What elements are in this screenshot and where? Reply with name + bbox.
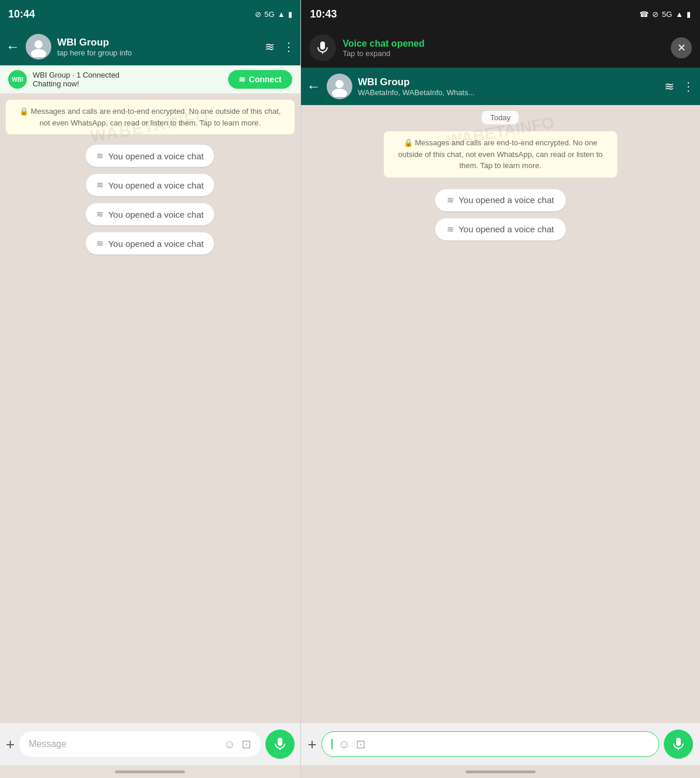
right-home-bar — [466, 770, 536, 773]
left-message-placeholder: Message — [29, 739, 218, 749]
group-subtitle: tap here for group info — [57, 48, 259, 57]
left-message-field[interactable]: Message ☺ ⊡ — [19, 731, 260, 757]
notif-subtitle: Tap to expand — [343, 49, 664, 58]
left-camera-icon[interactable]: ⊡ — [242, 737, 251, 751]
voice-chat-message-2[interactable]: ≋ You opened a voice chat — [86, 174, 214, 196]
right-panel: 10:43 ☎ ⊘ 5G ▲ ▮ Voice chat opened Tap t… — [301, 0, 700, 778]
connect-label: Connect — [249, 75, 282, 84]
notif-title: Voice chat opened — [343, 39, 664, 49]
right-chat-area: WABETAINFO Today 🔒 Messages and calls ar… — [301, 105, 700, 723]
right-group-name: WBI Group — [358, 76, 659, 88]
svg-point-2 — [335, 80, 344, 88]
right-chat-header: ← WBI Group WABetaInfo, WABetaInfo, What… — [301, 68, 700, 105]
right-wave-icon-2: ≋ — [447, 224, 454, 235]
more-options-icon[interactable]: ⋮ — [283, 40, 295, 54]
voice-chat-message-3[interactable]: ≋ You opened a voice chat — [86, 203, 214, 225]
left-status-bar: 10:44 ⊘ 5G ▲ ▮ — [0, 0, 300, 28]
voice-banner-left: WBI WBI Group · 1 Connected Chatting now… — [8, 70, 120, 89]
right-header-info[interactable]: WBI Group WABetaInfo, WABetaInfo, Whats.… — [358, 76, 659, 97]
today-badge: Today — [482, 111, 519, 124]
right-emoji-icon[interactable]: ☺ — [338, 738, 350, 751]
wave-icon-2: ≋ — [96, 180, 103, 190]
left-home-indicator — [0, 765, 300, 778]
right-plus-icon[interactable]: + — [308, 735, 317, 753]
right-mic-button[interactable] — [664, 730, 693, 759]
right-status-icons: ☎ ⊘ 5G ▲ ▮ — [639, 10, 691, 19]
close-icon: ✕ — [677, 41, 686, 54]
left-plus-icon[interactable]: + — [6, 735, 15, 753]
notif-close-button[interactable]: ✕ — [671, 37, 692, 58]
signal-icon: ▲ — [278, 10, 285, 19]
header-info[interactable]: WBI Group tap here for group info — [57, 37, 259, 57]
left-chat-area: WABETAINFO 🔒 Messages and calls are end-… — [0, 94, 300, 723]
group-avatar — [26, 34, 51, 60]
right-voice-chat-text-1: You opened a voice chat — [459, 195, 554, 205]
left-emoji-icon[interactable]: ☺ — [223, 738, 235, 751]
right-group-avatar — [327, 74, 352, 99]
connect-button[interactable]: ≋ Connect — [228, 70, 292, 89]
left-time: 10:44 — [8, 8, 35, 20]
do-not-disturb-icon: ⊘ — [255, 10, 261, 19]
svg-point-3 — [332, 89, 347, 97]
left-status-icons: ⊘ 5G ▲ ▮ — [255, 10, 292, 19]
right-camera-icon[interactable]: ⊡ — [356, 737, 366, 751]
left-mic-icon — [273, 737, 287, 751]
voice-chat-text-1: You opened a voice chat — [108, 151, 204, 161]
svg-point-1 — [31, 49, 46, 57]
right-encryption-text: Messages and calls are end-to-end encryp… — [398, 138, 603, 170]
notif-mic-icon — [316, 41, 330, 55]
right-voice-chat-message-2[interactable]: ≋ You opened a voice chat — [435, 218, 566, 240]
battery-icon: ▮ — [288, 10, 292, 19]
group-name: WBI Group — [57, 37, 259, 48]
voice-chat-message-4[interactable]: ≋ You opened a voice chat — [86, 232, 214, 254]
left-mic-button[interactable] — [265, 730, 295, 759]
voice-wave-icon[interactable]: ≋ — [265, 40, 275, 54]
voice-chat-message-1[interactable]: ≋ You opened a voice chat — [86, 145, 214, 167]
connected-text: WBI Group · 1 Connected — [33, 71, 120, 79]
left-home-bar — [115, 770, 185, 773]
right-phone-icon: ☎ — [639, 10, 649, 19]
connect-wave-icon: ≋ — [239, 75, 246, 84]
wave-icon-1: ≋ — [96, 151, 103, 161]
right-lock-icon: 🔒 — [404, 138, 413, 147]
chatting-text: Chatting now! — [33, 79, 120, 88]
svg-point-0 — [34, 40, 43, 48]
left-panel: 10:44 ⊘ 5G ▲ ▮ ← WBI Group tap here for … — [0, 0, 300, 778]
right-message-field[interactable]: ☺ ⊡ — [321, 731, 659, 757]
right-time: 10:43 — [310, 8, 337, 20]
left-input-bar: + Message ☺ ⊡ — [0, 723, 300, 765]
voice-banner-text-block: WBI Group · 1 Connected Chatting now! — [33, 71, 120, 88]
right-home-indicator — [301, 765, 700, 778]
voice-chat-text-2: You opened a voice chat — [108, 180, 204, 190]
right-back-button[interactable]: ← — [307, 78, 321, 95]
right-more-options-icon[interactable]: ⋮ — [682, 79, 694, 93]
right-voice-chat-message-1[interactable]: ≋ You opened a voice chat — [435, 189, 566, 211]
right-network-icon: 5G — [662, 10, 672, 19]
notif-mic-button[interactable] — [309, 34, 336, 61]
right-voice-wave-icon[interactable]: ≋ — [664, 79, 674, 93]
voice-chat-text-4: You opened a voice chat — [108, 239, 204, 249]
wbi-badge: WBI — [8, 70, 27, 89]
right-encryption-notice: 🔒 Messages and calls are end-to-end encr… — [384, 131, 617, 177]
encryption-text: Messages and calls are end-to-end encryp… — [31, 107, 281, 127]
lock-icon: 🔒 — [19, 107, 29, 116]
network-icon: 5G — [264, 10, 274, 19]
notif-text-block: Voice chat opened Tap to expand — [343, 39, 664, 58]
right-status-bar: 10:43 ☎ ⊘ 5G ▲ ▮ — [301, 0, 700, 28]
right-signal-icon: ▲ — [676, 10, 683, 19]
right-mic-icon — [671, 737, 685, 751]
left-encryption-notice: 🔒 Messages and calls are end-to-end encr… — [6, 100, 295, 134]
wave-icon-3: ≋ — [96, 209, 103, 219]
back-button[interactable]: ← — [6, 39, 20, 55]
right-group-subtitle: WABetaInfo, WABetaInfo, Whats... — [358, 88, 659, 97]
right-input-bar: + ☺ ⊡ — [301, 723, 700, 765]
voice-notification-banner[interactable]: Voice chat opened Tap to expand ✕ — [301, 28, 700, 68]
right-dnd-icon: ⊘ — [652, 10, 659, 19]
wave-icon-4: ≋ — [96, 238, 103, 249]
left-chat-header: ← WBI Group tap here for group info ≋ ⋮ — [0, 28, 300, 65]
voice-banner: WBI WBI Group · 1 Connected Chatting now… — [0, 65, 300, 94]
right-voice-chat-text-2: You opened a voice chat — [459, 224, 554, 234]
right-header-actions: ≋ ⋮ — [664, 79, 694, 93]
text-cursor — [331, 739, 332, 749]
header-actions: ≋ ⋮ — [265, 40, 295, 54]
